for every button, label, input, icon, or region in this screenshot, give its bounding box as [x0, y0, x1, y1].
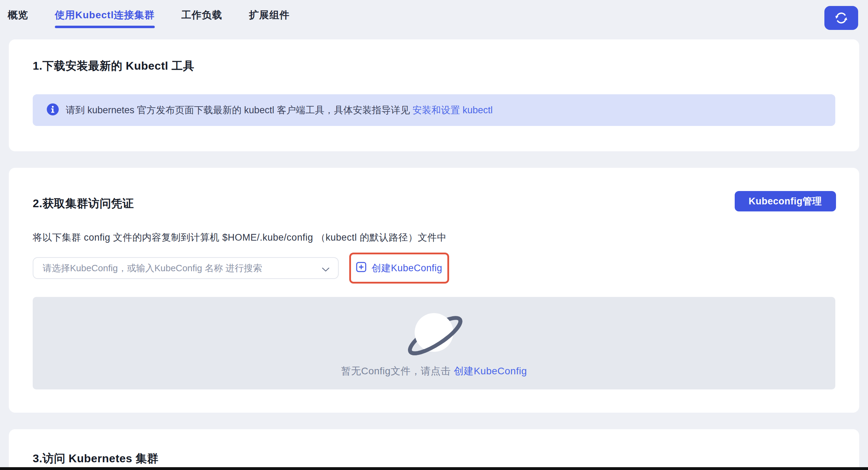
step2-title: 2.获取集群访问凭证 [33, 196, 835, 211]
info-text: 请到 kubernetes 官方发布页面下载最新的 kubectl 客户端工具，… [66, 105, 413, 115]
tab-label: 扩展组件 [249, 9, 290, 20]
tab-label: 概览 [8, 9, 28, 20]
kubeconfig-manage-button[interactable]: Kubeconfig管理 [735, 191, 836, 211]
highlight-box: 创建KubeConfig [349, 253, 449, 284]
step2-card: 2.获取集群访问凭证 Kubeconfig管理 将以下集群 config 文件的… [9, 168, 859, 413]
refresh-button[interactable] [824, 6, 858, 30]
kubeconfig-select-input[interactable] [33, 258, 338, 278]
tab-kubectl-connect[interactable]: 使用Kubectl连接集群 [55, 0, 155, 31]
create-kubeconfig-label: 创建KubeConfig [371, 262, 442, 274]
empty-state-text: 暂无Config文件，请点击 创建KubeConfig [341, 364, 527, 378]
empty-text: 暂无Config文件，请点击 [341, 366, 454, 376]
step3-title: 3.访问 Kubernetes 集群 [33, 451, 835, 466]
bottom-edge-bar [0, 467, 868, 470]
info-icon [47, 103, 59, 117]
refresh-icon [834, 11, 848, 26]
tab-bar: 概览 使用Kubectl连接集群 工作负载 扩展组件 [0, 0, 868, 32]
kubeconfig-select[interactable] [33, 257, 339, 279]
kubectl-connect-page: 概览 使用Kubectl连接集群 工作负载 扩展组件 1.下载安装最新的 [0, 0, 868, 470]
install-kubectl-link[interactable]: 安装和设置 kubectl [413, 105, 493, 115]
tab-label: 工作负载 [181, 9, 222, 20]
tab-workloads[interactable]: 工作负载 [181, 0, 222, 31]
step1-title: 1.下载安装最新的 Kubectl 工具 [33, 58, 835, 74]
tab-label: 使用Kubectl连接集群 [55, 9, 155, 20]
step2-description: 将以下集群 config 文件的内容复制到计算机 $HOME/.kube/con… [33, 231, 835, 244]
tab-addons[interactable]: 扩展组件 [249, 0, 290, 31]
info-banner-text: 请到 kubernetes 官方发布页面下载最新的 kubectl 客户端工具，… [66, 104, 493, 116]
empty-create-kubeconfig-link[interactable]: 创建KubeConfig [454, 366, 527, 376]
kubeconfig-controls: 创建KubeConfig [33, 253, 835, 284]
info-banner: 请到 kubernetes 官方发布页面下载最新的 kubectl 客户端工具，… [33, 94, 835, 126]
plus-square-icon [356, 262, 366, 275]
tab-overview[interactable]: 概览 [8, 0, 28, 31]
kubeconfig-empty-state: 暂无Config文件，请点击 创建KubeConfig [33, 297, 835, 389]
chevron-down-icon[interactable] [322, 267, 330, 273]
step3-card: 3.访问 Kubernetes 集群 [9, 429, 859, 470]
step1-card: 1.下载安装最新的 Kubectl 工具 请到 kubernetes 官方发布页… [9, 39, 859, 151]
planet-ring-icon [401, 307, 467, 362]
create-kubeconfig-button[interactable]: 创建KubeConfig [356, 262, 442, 275]
active-tab-underline [55, 26, 155, 28]
